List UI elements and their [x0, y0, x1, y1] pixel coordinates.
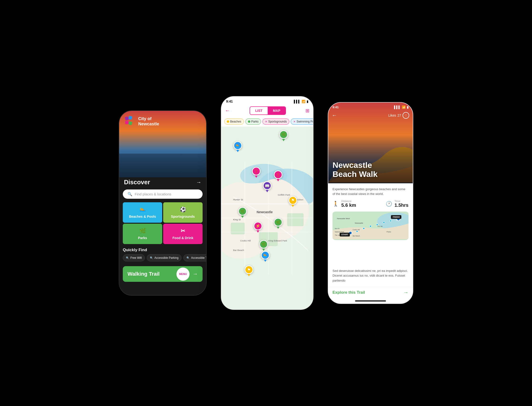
svg-text:Bar Beach: Bar Beach	[353, 235, 360, 237]
map-pin-blue-swim[interactable]: 🏊	[261, 251, 270, 262]
signal-icon: ▌▌▌	[394, 105, 401, 109]
trail-status-bar: 9:41 ▌▌▌ 📶 ▮	[328, 102, 413, 111]
map-pin-lightning[interactable]: ⚡	[254, 222, 262, 233]
category-sportsgrounds[interactable]: ⚽ Sportsgrounds	[163, 202, 203, 223]
like-button[interactable]: ♡	[402, 112, 409, 119]
map-pin-red-1[interactable]: ❗	[252, 167, 261, 178]
svg-text:+Parks: +Parks	[386, 231, 391, 233]
pools-remove[interactable]: ✕	[293, 120, 295, 123]
tag-accessible-toilets[interactable]: 🔍 Accessible Toilets	[183, 254, 206, 261]
trail-mini-map: Newcastle West Newcastle Ikon th Nationa…	[333, 211, 408, 240]
trail-body: Experience Newcastles gorgeous beaches a…	[328, 183, 413, 268]
svg-text:Bar Beach: Bar Beach	[233, 249, 244, 251]
chip-beaches[interactable]: Beaches	[224, 118, 244, 125]
category-beaches-pools[interactable]: 🏊 Beaches & Pools	[123, 202, 162, 223]
menu-circle: MENU	[176, 268, 189, 281]
start-badge: START	[340, 233, 350, 237]
category-parks[interactable]: 🌿 Parks	[123, 224, 162, 244]
chip-parks[interactable]: Parks	[245, 118, 261, 125]
wifi-icon: 📶	[302, 100, 306, 103]
clock-icon: 🕐	[386, 201, 392, 207]
svg-text:Newcastle: Newcastle	[256, 210, 273, 214]
svg-rect-0	[125, 116, 129, 120]
chip-sportsgrounds[interactable]: ✕ Sportsgrounds	[262, 118, 289, 125]
time-stat: 🕐 Time 1.5hrs	[386, 200, 408, 208]
svg-text:Cooks Hill: Cooks Hill	[353, 229, 360, 231]
map-pin-green-left[interactable]: 🌿	[238, 207, 247, 218]
nav-bar-map: ← LIST MAP ⊞	[221, 105, 313, 117]
food-icon: ✂	[181, 228, 185, 234]
chip-pools[interactable]: ✕ Swimming Pools	[291, 118, 313, 125]
wifi-search-icon: 🔍	[126, 256, 129, 260]
svg-text:Ikon th: Ikon th	[335, 228, 339, 229]
parking-search-icon: 🔍	[150, 256, 153, 260]
status-bar-map: 9:41 ▌▌▌ 📶 ▮	[221, 97, 313, 105]
map-toggle[interactable]: MAP	[268, 107, 285, 115]
map-pin-blue-top[interactable]: 🏊	[233, 141, 242, 152]
trail-arrow-icon: →	[193, 271, 198, 277]
svg-text:Newcastle: Newcastle	[355, 222, 363, 224]
home-indicator-trail	[355, 300, 386, 302]
svg-point-41	[390, 220, 392, 222]
parks-icon: 🌿	[139, 228, 146, 234]
logo-text: City of Newcastle	[138, 116, 159, 127]
signal-icon: ▌▌▌	[294, 100, 300, 103]
sportsgrounds-remove[interactable]: ✕	[265, 120, 267, 123]
walk-icon: 🚶	[333, 201, 339, 207]
trail-nav: ← Likes 27 ♡	[328, 111, 413, 120]
phone-discovery: City of Newcastle Discover → 🔍 Find plac…	[119, 110, 207, 296]
map-pin-park-1[interactable]: 🌿	[279, 130, 288, 141]
status-icons: ▌▌▌ 📶 ▮	[294, 100, 308, 103]
trail-time: 9:41	[333, 105, 339, 109]
svg-rect-9	[287, 213, 304, 226]
filter-icon[interactable]: ⊞	[306, 108, 309, 114]
discover-title: Discover	[124, 179, 150, 186]
category-food[interactable]: ✂ Food & Drink	[163, 224, 203, 244]
categories-grid: 🏊 Beaches & Pools ⚽ Sportsgrounds 🌿 Park…	[123, 202, 203, 244]
svg-point-39	[376, 224, 378, 226]
list-map-toggle: LIST MAP	[250, 106, 286, 115]
tag-accessible-parking[interactable]: 🔍 Accessible Parking	[147, 254, 182, 261]
beaches-icon: 🏊	[139, 207, 146, 213]
map-pin-green-right[interactable]: 🌿	[274, 218, 282, 229]
map-pin-yellow-right[interactable]: ⚑	[289, 196, 297, 207]
trail-description: Experience Newcastles gorgeous beaches a…	[333, 187, 408, 196]
explore-trail-button[interactable]: Explore this Trail	[333, 290, 365, 295]
svg-rect-2	[125, 121, 129, 124]
map-pin-yellow[interactable]: ⚑	[245, 265, 253, 276]
svg-point-40	[383, 222, 385, 223]
svg-point-37	[363, 228, 365, 230]
trail-back-button[interactable]: ←	[332, 112, 337, 118]
trail-hero: 9:41 ▌▌▌ 📶 ▮ ← Likes 27 ♡	[328, 102, 413, 183]
logo-area: City of Newcastle	[124, 116, 159, 128]
walking-trail-button[interactable]: Walking Trail MENU →	[123, 266, 203, 282]
explore-footer: Explore this Trail →	[328, 287, 413, 299]
beaches-dot	[227, 120, 229, 123]
distance-stat: 🚶 Distance 5.6 km	[333, 200, 356, 208]
map-pin-green-bottom[interactable]: 🌿	[259, 240, 268, 251]
search-bar[interactable]: 🔍 Find places & locations	[123, 189, 203, 199]
map-pin-purple[interactable]: 📖	[263, 181, 271, 192]
categories-wrapper: 🏊 Beaches & Pools ⚽ Sportsgrounds 🌿 Park…	[119, 202, 206, 244]
likes-row: Likes 27 ♡	[388, 112, 409, 119]
map-pin-red-2[interactable]: ❗	[274, 170, 282, 181]
svg-text:Cooks Hill: Cooks Hill	[240, 239, 251, 242]
sportsgrounds-icon: ⚽	[180, 207, 186, 213]
svg-text:King St: King St	[233, 218, 240, 221]
map-area[interactable]: Newcastle Cooks Hill Bar Beach King Edwa…	[221, 127, 313, 309]
trail-status-icons: ▌▌▌ 📶 ▮	[394, 105, 408, 109]
discover-arrow[interactable]: →	[196, 179, 201, 185]
trail-body-text: Sed deseruisse delicatissimi ne, pri ea …	[328, 268, 413, 283]
svg-text:Hunter St: Hunter St	[233, 198, 243, 201]
tag-free-wifi[interactable]: 🔍 Free Wifi	[123, 254, 145, 261]
discovery-screen: City of Newcastle Discover → 🔍 Find plac…	[119, 111, 206, 295]
back-button[interactable]: ←	[225, 108, 230, 114]
svg-text:Griffith Park: Griffith Park	[278, 194, 290, 196]
quick-tags: 🔍 Free Wifi 🔍 Accessible Parking 🔍 Acces…	[119, 254, 206, 265]
map-screen: 9:41 ▌▌▌ 📶 ▮ ← LIST MAP ⊞	[221, 97, 313, 309]
phone-trail: 9:41 ▌▌▌ 📶 ▮ ← Likes 27 ♡	[328, 102, 413, 304]
explore-arrow-icon[interactable]: →	[403, 290, 408, 296]
content-area: Discover → 🔍 Find places & locations 🏊 B…	[119, 175, 206, 282]
svg-text:King Edward Park: King Edward Park	[268, 239, 287, 242]
list-toggle[interactable]: LIST	[250, 107, 268, 115]
